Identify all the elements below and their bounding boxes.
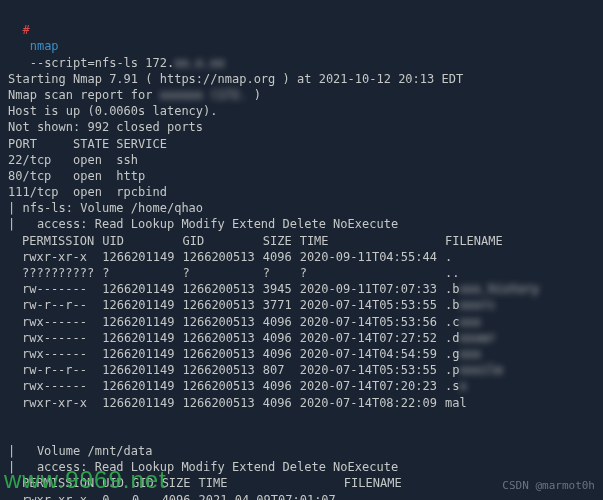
start-line: Starting Nmap 7.91 ( https://nmap.org ) … (8, 71, 595, 87)
table-row: rwxr-xr-x1266201149126620051340962020-07… (8, 395, 547, 411)
table-row: rwxr-xr-x1266201149126620051340962020-09… (8, 249, 547, 265)
port-row: 80/tcp open http (8, 168, 595, 184)
command-args: --script=nfs-ls 172. (30, 56, 175, 70)
scan-report: Nmap scan report for xxxxxx (172. ) (8, 87, 595, 103)
command-name: nmap (30, 39, 59, 53)
nfs-volume-2: | Volume /mnt/data (8, 443, 595, 459)
table-row: rwx------1266201149126620051340962020-07… (8, 330, 547, 346)
table-header: PERMISSIONUIDGIDSIZETIMEFILENAME (8, 233, 547, 249)
not-shown: Not shown: 992 closed ports (8, 119, 595, 135)
table-row: rw-------1266201149126620051339452020-09… (8, 281, 547, 297)
prompt-hash: # (22, 23, 29, 37)
table-row: rwx------1266201149126620051340962020-07… (8, 346, 547, 362)
credit: CSDN @marmot0h (502, 479, 595, 494)
ip-blur: xx.x.xx (174, 55, 225, 71)
table-row: rw-r--r--126620114912662005138072020-07-… (8, 362, 547, 378)
nfs-volume-1: | nfs-ls: Volume /home/qhao (8, 200, 595, 216)
command-line[interactable]: # nmap --script=nfs-ls 172.xx.x.xx (8, 6, 595, 71)
table-row: rwx------1266201149126620051340962020-07… (8, 314, 547, 330)
nfs-table-1: PERMISSIONUIDGIDSIZETIMEFILENAME rwxr-xr… (8, 233, 547, 411)
table-row: rw-r--r--1266201149126620051337712020-07… (8, 297, 547, 313)
ports-header: PORT STATE SERVICE (8, 136, 595, 152)
port-row: 111/tcp open rpcbind (8, 184, 595, 200)
ports-list: 22/tcp open ssh80/tcp open http111/tcp o… (8, 152, 595, 201)
nfs-access-1: | access: Read Lookup Modify Extend Dele… (8, 216, 595, 232)
table-row: ??????????????.. (8, 265, 547, 281)
watermark: www.9969.net (4, 464, 167, 496)
port-row: 22/tcp open ssh (8, 152, 595, 168)
host-up: Host is up (0.0060s latency). (8, 103, 595, 119)
table-row: rwx------1266201149126620051340962020-07… (8, 378, 547, 394)
